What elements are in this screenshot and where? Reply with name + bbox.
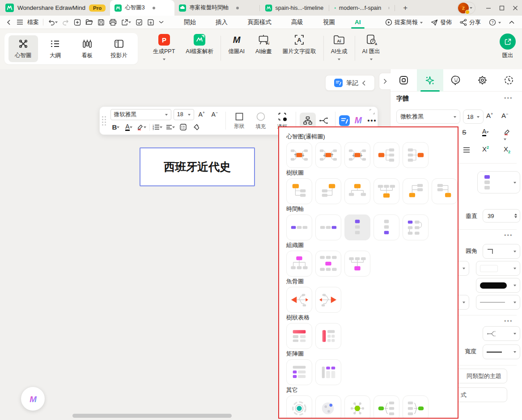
- structure-thumbnail-circular[interactable]: [286, 395, 312, 419]
- new-tab-button[interactable]: +: [399, 2, 411, 14]
- structure-thumbnail-logic-left[interactable]: [403, 142, 429, 168]
- more-options-button[interactable]: •••: [367, 115, 378, 126]
- view-kanban[interactable]: 看板: [72, 35, 102, 62]
- view-slides[interactable]: 投影片: [104, 35, 134, 62]
- open-folder-icon[interactable]: [83, 17, 95, 28]
- account-menu[interactable]: z: [457, 2, 475, 14]
- structure-thumbnail-tree-table-row[interactable]: [286, 323, 312, 349]
- tab-symbol[interactable]: [469, 69, 496, 92]
- export-share-icon[interactable]: [119, 17, 133, 28]
- font-color-button[interactable]: A: [123, 122, 134, 133]
- structure-thumbnail-tree-right[interactable]: [286, 178, 312, 204]
- list-button[interactable]: 123: [152, 122, 163, 133]
- shape-button[interactable]: 形狀: [229, 112, 249, 130]
- tool-ocr[interactable]: A 圖片文字提取: [277, 32, 322, 57]
- structure-thumbnail-tree-elbow-right[interactable]: [403, 178, 429, 204]
- view-mindmap[interactable]: 心智圖: [8, 35, 38, 62]
- structure-thumbnail-bubble[interactable]: [315, 395, 341, 419]
- maximize-button[interactable]: [495, 0, 509, 16]
- structure-thumbnail-bracket-right[interactable]: [373, 395, 399, 419]
- structure-thumbnail-fishbone-right[interactable]: [315, 287, 341, 313]
- export-dropdown[interactable]: [128, 21, 131, 25]
- central-topic[interactable]: 西班牙近代史: [140, 147, 255, 186]
- ai-assistant-fab[interactable]: M: [21, 387, 45, 411]
- menu-start[interactable]: 開始: [174, 16, 206, 29]
- tool-ai-paint[interactable]: Ai AI繪畫: [250, 32, 277, 57]
- spin-down[interactable]: [514, 216, 517, 219]
- more-tools-chevron[interactable]: [157, 17, 166, 28]
- font-size-select[interactable]: 18: [174, 109, 194, 120]
- superscript-button[interactable]: X2: [482, 145, 489, 153]
- subscript-button[interactable]: X2: [504, 145, 510, 154]
- tab-project-timeline[interactable]: 專案複盤時間軸: [174, 0, 259, 16]
- sidebar-increase-font[interactable]: A+: [486, 112, 493, 119]
- structure-thumbnail-fishbone-left[interactable]: [286, 287, 312, 313]
- tab-history[interactable]: [496, 69, 522, 92]
- structure-thumbnail-timeline-h[interactable]: [286, 214, 312, 240]
- collapse-ribbon-button[interactable]: [506, 21, 518, 24]
- fill-color-select[interactable]: [476, 261, 520, 276]
- increase-font-button[interactable]: A+: [196, 109, 207, 120]
- horizontal-scrollbar[interactable]: [72, 414, 232, 418]
- structure-thumbnail-timeline-h-reverse[interactable]: [315, 214, 341, 240]
- ai-m-button[interactable]: M: [352, 115, 364, 126]
- publish-button[interactable]: 發佈: [428, 18, 455, 26]
- expand-corner-icon[interactable]: [369, 109, 375, 114]
- structure-thumbnail-mindmap-arrows-out[interactable]: [286, 142, 312, 168]
- structure-thumbnail-org-top[interactable]: [286, 251, 312, 277]
- structure-thumbnail-tree-down[interactable]: [344, 178, 370, 204]
- tool-ai-export[interactable]: AI AI 匯出: [357, 32, 386, 63]
- sidebar-decrease-font[interactable]: A−: [501, 112, 508, 119]
- tool-edraw-ai[interactable]: M 億圖AI: [223, 32, 250, 57]
- format-painter-button[interactable]: [191, 122, 202, 133]
- vertical-spinner[interactable]: 39: [483, 209, 520, 223]
- border-style-select[interactable]: [476, 295, 520, 310]
- tab-sticker[interactable]: [443, 69, 470, 92]
- align-button[interactable]: [165, 122, 176, 133]
- share-button[interactable]: 分享: [457, 18, 484, 26]
- tab-topic-style[interactable]: [390, 69, 417, 92]
- branch-shape-select[interactable]: [483, 326, 520, 341]
- structure-thumbnail-timeline-v[interactable]: [344, 214, 370, 240]
- spin-up[interactable]: [514, 212, 517, 215]
- structure-thumbnail-matrix-col[interactable]: [315, 359, 341, 385]
- tool-ai-file-parse[interactable]: AI檔案解析: [180, 32, 219, 57]
- tab-mindmap3[interactable]: 心智圖3: [110, 0, 174, 16]
- structure-thumbnail-mindmap-arrows-in[interactable]: [315, 142, 341, 168]
- minimize-button[interactable]: [482, 0, 495, 16]
- import-icon[interactable]: [133, 17, 145, 28]
- sidebar-font-size-select[interactable]: 18: [463, 109, 484, 124]
- save-as-icon[interactable]: [145, 17, 157, 28]
- bold-button[interactable]: B: [110, 122, 121, 133]
- structure-thumbnail-timeline-snake[interactable]: [403, 214, 429, 240]
- structure-thumbnail-radial[interactable]: [344, 395, 370, 419]
- structure-thumbnail-org-center[interactable]: [315, 251, 341, 277]
- tool-generate-ppt[interactable]: P 生成PPT: [148, 32, 180, 63]
- notes-button[interactable]: 筆記: [325, 75, 375, 91]
- border-color-select[interactable]: [476, 278, 520, 293]
- menu-advanced[interactable]: 高級: [281, 16, 313, 29]
- menu-insert[interactable]: 插入: [206, 16, 238, 29]
- menu-page-style[interactable]: 頁面樣式: [238, 16, 281, 29]
- structure-thumbnail-logic-right[interactable]: [373, 142, 399, 168]
- print-icon[interactable]: [107, 17, 119, 28]
- corner-radius-select[interactable]: [483, 244, 520, 259]
- toolbar-drag-handle[interactable]: [100, 116, 109, 126]
- sidebar-highlight-button[interactable]: [504, 129, 510, 142]
- back-button[interactable]: [4, 17, 14, 28]
- structure-thumbnail-bracket-left[interactable]: [403, 395, 429, 419]
- structure-thumbnail-matrix-row[interactable]: [286, 359, 312, 385]
- new-file-icon[interactable]: [72, 17, 83, 28]
- align-justify-button[interactable]: [463, 147, 470, 153]
- structure-preview-select[interactable]: [477, 171, 520, 193]
- branch-width-select[interactable]: [483, 344, 520, 359]
- strikethrough-button[interactable]: S: [462, 129, 466, 136]
- structure-thumbnail-timeline-v-reverse[interactable]: [373, 214, 399, 240]
- menu-ai[interactable]: AI: [345, 16, 371, 29]
- shape-section-more[interactable]: •••: [504, 232, 513, 239]
- tab-ai-style[interactable]: [417, 69, 443, 92]
- font-family-select[interactable]: 微软雅黑: [110, 109, 171, 120]
- notes-toolbar-button[interactable]: [339, 115, 350, 126]
- close-button[interactable]: [509, 0, 522, 16]
- save-icon[interactable]: [95, 17, 107, 28]
